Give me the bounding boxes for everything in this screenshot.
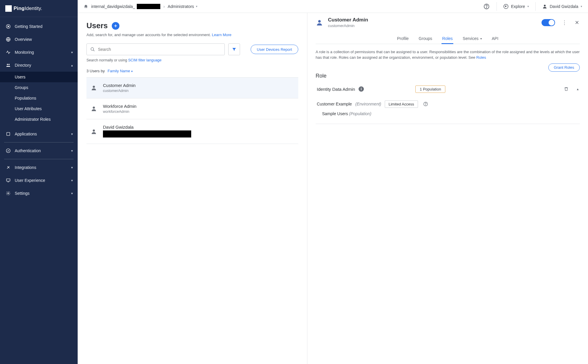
person-icon <box>316 19 323 26</box>
svg-marker-1 <box>8 26 9 27</box>
enable-toggle[interactable] <box>542 19 555 26</box>
info-icon[interactable]: i <box>359 86 364 92</box>
grant-roles-button[interactable]: Grant Roles <box>548 63 580 72</box>
nav-sub-groups[interactable]: Groups <box>0 82 78 93</box>
svg-rect-7 <box>6 179 10 181</box>
home-icon[interactable] <box>84 4 88 9</box>
collapse-icon[interactable]: ▴ <box>577 87 579 91</box>
users-list-pane: Users Add, search for, and manage user a… <box>78 13 307 364</box>
nav-getting-started[interactable]: Getting Started <box>0 20 78 33</box>
nav-label: Authentication <box>15 148 41 153</box>
nav-sub-users[interactable]: Users <box>0 72 78 82</box>
tab-groups[interactable]: Groups <box>418 33 433 44</box>
help-icon[interactable] <box>483 3 490 10</box>
nav-settings[interactable]: Settings ▾ <box>0 187 78 200</box>
role-scope: Customer Example (Environment) Limited A… <box>316 99 580 124</box>
nav-label: Directory <box>15 63 31 68</box>
svg-point-3 <box>7 64 8 65</box>
nav-label: Applications <box>15 132 37 136</box>
role-name: Identity Data Admin <box>317 87 355 92</box>
nav-applications[interactable]: Applications ▾ <box>0 128 78 140</box>
nav-label: Getting Started <box>15 24 42 29</box>
tab-api[interactable]: API <box>491 33 499 44</box>
scim-link[interactable]: SCIM filter language <box>128 58 161 62</box>
nav-label: Overview <box>15 37 32 42</box>
svg-point-4 <box>9 64 10 65</box>
user-id: workforceAdmin <box>103 110 136 114</box>
user-name: David Gwizdala <box>103 125 191 130</box>
caret-down-icon: ▾ <box>527 5 529 8</box>
nav-sub-admin-roles[interactable]: Administrator Roles <box>0 114 78 125</box>
user-row[interactable]: David Gwizdala <box>86 119 298 144</box>
compass-icon <box>503 4 509 9</box>
close-icon[interactable]: ✕ <box>574 19 580 26</box>
nav-label: Monitoring <box>15 50 34 55</box>
nav-directory[interactable]: Directory ▴ <box>0 59 78 72</box>
pulse-icon <box>5 49 11 55</box>
delete-icon[interactable] <box>564 87 569 91</box>
chevron-down-icon: ▾ <box>71 192 73 195</box>
user-row[interactable]: Customer Admin customerAdmin <box>86 78 298 98</box>
user-id: customerAdmin <box>103 89 136 93</box>
add-user-button[interactable] <box>112 22 119 30</box>
explore-menu[interactable]: Explore ▾ <box>503 4 529 9</box>
tab-services[interactable]: Services▾ <box>462 33 482 44</box>
sort-dropdown[interactable]: Family Name ▾ <box>108 69 133 73</box>
svg-rect-5 <box>7 132 10 136</box>
filter-button[interactable] <box>228 43 240 55</box>
main: internal_davidgwizdala_ › Administrators… <box>78 0 588 364</box>
user-menu[interactable]: David Gwizdala ▾ <box>542 4 582 9</box>
redacted-text <box>137 4 160 9</box>
person-icon <box>91 105 97 112</box>
nav-user-experience[interactable]: User Experience ▾ <box>0 174 78 187</box>
more-menu-icon[interactable]: ⋮ <box>562 19 567 26</box>
user-devices-report-button[interactable]: User Devices Report <box>251 45 298 54</box>
breadcrumb-label: Administrators <box>168 4 194 9</box>
check-circle-icon <box>5 148 11 154</box>
page-subtitle: Add, search for, and manage user account… <box>86 33 298 37</box>
search-hint: Search normally or using SCIM filter lan… <box>86 58 298 62</box>
user-name: Workforce Admin <box>103 104 136 109</box>
sort-row: 3 Users by Family Name ▾ <box>86 69 298 73</box>
logo-mark-icon <box>5 5 12 12</box>
tab-roles[interactable]: Roles <box>442 33 453 44</box>
nav-integrations[interactable]: Integrations ▾ <box>0 161 78 174</box>
caret-down-icon: ▾ <box>581 5 582 8</box>
tab-profile[interactable]: Profile <box>397 33 409 44</box>
nav-sub-user-attributes[interactable]: User Attributes <box>0 103 78 114</box>
search-input[interactable] <box>98 47 221 52</box>
svg-line-18 <box>93 50 94 51</box>
svg-point-22 <box>318 20 321 23</box>
chevron-up-icon: ▴ <box>71 63 73 67</box>
nav-authentication[interactable]: Authentication ▾ <box>0 144 78 157</box>
search-box[interactable] <box>86 43 225 55</box>
svg-point-14 <box>544 5 546 6</box>
roles-help-link[interactable]: Roles <box>476 55 486 60</box>
svg-point-11 <box>487 7 487 8</box>
logo: PingIdentity. <box>0 0 78 17</box>
person-icon <box>91 128 97 135</box>
breadcrumb-env[interactable]: internal_davidgwizdala_ <box>91 4 160 9</box>
filter-icon <box>232 47 236 52</box>
help-icon[interactable] <box>423 102 428 106</box>
nav-sub-populations[interactable]: Populations <box>0 93 78 103</box>
user-name: Customer Admin <box>103 83 136 88</box>
roles-help-text: A role is a collection of permissions th… <box>316 49 580 61</box>
svg-point-24 <box>425 105 426 105</box>
logo-text: PingIdentity. <box>14 6 42 11</box>
learn-more-link[interactable]: Learn More <box>212 33 231 37</box>
user-row[interactable]: Workforce Admin workforceAdmin <box>86 98 298 119</box>
scope-pop-name: Sample Users <box>322 111 348 116</box>
nav-monitoring[interactable]: Monitoring ▾ <box>0 46 78 59</box>
detail-title: Customer Admin <box>328 17 368 23</box>
app-icon <box>5 131 11 137</box>
chevron-down-icon: ▾ <box>71 149 73 153</box>
user-name: David Gwizdala <box>550 4 578 9</box>
nav-divider <box>4 159 74 159</box>
breadcrumb-admins[interactable]: Administrators ▾ <box>168 4 197 9</box>
svg-point-21 <box>93 129 95 131</box>
nav-divider <box>4 142 74 142</box>
globe-icon <box>5 36 11 42</box>
detail-tabs: Profile Groups Roles Services▾ API <box>316 33 580 44</box>
nav-overview[interactable]: Overview <box>0 33 78 46</box>
